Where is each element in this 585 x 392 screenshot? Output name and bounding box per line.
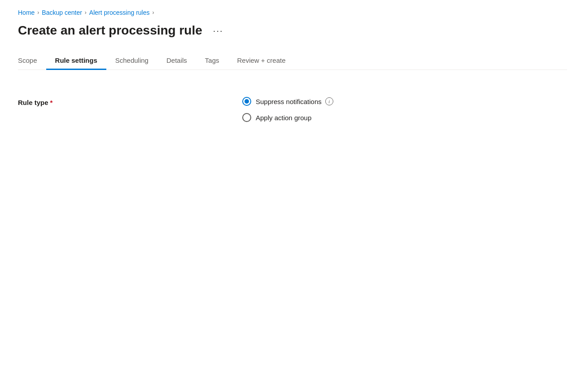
radio-suppress-notifications[interactable]: Suppress notifications i [242, 97, 333, 106]
breadcrumb-sep-2: › [85, 9, 87, 16]
more-options-button[interactable]: ··· [210, 24, 227, 38]
tab-review-create[interactable]: Review + create [228, 52, 295, 70]
breadcrumb-alert-processing-rules[interactable]: Alert processing rules [89, 9, 150, 16]
radio-apply-action-group[interactable]: Apply action group [242, 113, 333, 122]
required-asterisk: * [50, 99, 53, 106]
tab-scope[interactable]: Scope [18, 52, 46, 70]
breadcrumb: Home › Backup center › Alert processing … [18, 9, 567, 16]
suppress-label: Suppress notifications i [256, 97, 333, 105]
breadcrumb-home[interactable]: Home [18, 9, 35, 16]
breadcrumb-backup-center[interactable]: Backup center [42, 9, 82, 16]
page-title: Create an alert processing rule [18, 23, 202, 38]
radio-input-suppress[interactable] [242, 97, 251, 106]
tab-details[interactable]: Details [157, 52, 196, 70]
tab-scheduling[interactable]: Scheduling [106, 52, 157, 70]
rule-type-section: Rule type* Suppress notifications i Appl… [18, 88, 567, 131]
tabs-bar: Scope Rule settings Scheduling Details T… [18, 52, 567, 70]
tab-rule-settings[interactable]: Rule settings [46, 52, 106, 70]
page-title-row: Create an alert processing rule ··· [18, 23, 567, 38]
rule-type-options: Suppress notifications i Apply action gr… [242, 97, 333, 122]
tab-tags[interactable]: Tags [196, 52, 228, 70]
rule-type-label: Rule type* [18, 97, 108, 106]
apply-action-label: Apply action group [256, 114, 311, 122]
suppress-info-icon[interactable]: i [325, 97, 333, 105]
radio-input-apply-action[interactable] [242, 113, 251, 122]
breadcrumb-sep-3: › [152, 9, 154, 16]
breadcrumb-sep-1: › [37, 9, 39, 16]
